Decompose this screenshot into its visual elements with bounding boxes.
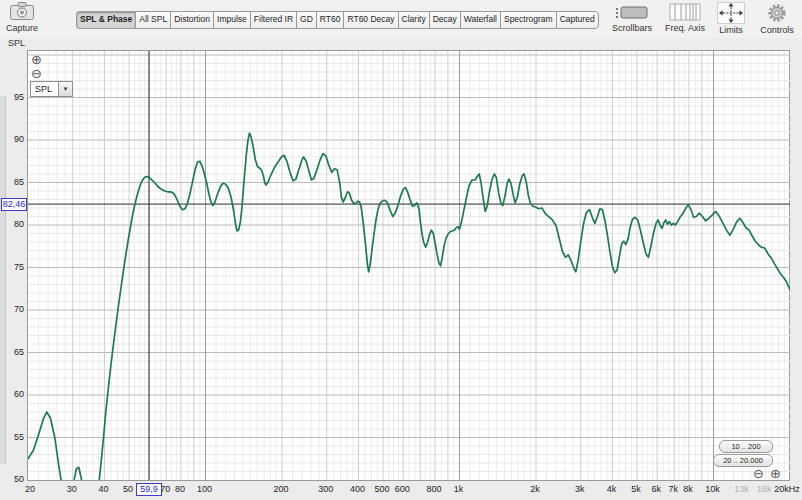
scrollbars-icon	[615, 3, 649, 21]
tab-rt60[interactable]: RT60	[316, 11, 344, 29]
controls-label: Controls	[754, 25, 800, 35]
controls-gear-icon	[766, 3, 788, 23]
trace-selector[interactable]: SPL ▼	[30, 81, 73, 97]
limits-button[interactable]: Limits	[708, 1, 754, 35]
y-zoom-in-button[interactable]: ⊕	[31, 53, 42, 66]
x-zoom-in-button[interactable]: ⊕	[770, 467, 781, 480]
freq-axis-label: Freq. Axis	[662, 23, 708, 33]
graph-tools: Scrollbars Freq. Axis	[602, 1, 800, 35]
trace-selector-value: SPL	[31, 82, 58, 96]
panel-title: SPL	[8, 38, 25, 48]
tab-clarity[interactable]: Clarity	[398, 11, 429, 29]
y-axis-tick-label: 60	[0, 389, 24, 399]
x-axis-tick-label: 3k	[563, 484, 597, 494]
spl-chart-plot[interactable]	[27, 50, 790, 481]
x-axis-tick-label: 600	[385, 484, 419, 494]
x-axis-tick-label: 300	[309, 484, 343, 494]
y-axis-tick-label: 55	[0, 432, 24, 442]
tab-gd[interactable]: GD	[296, 11, 316, 29]
tab-spl-phase[interactable]: SPL & Phase	[76, 11, 135, 29]
y-axis-tick-label: 75	[0, 262, 24, 272]
freq-axis-icon	[669, 3, 701, 21]
freq-range-10-200-button[interactable]: 10 .. 200	[719, 440, 773, 453]
capture-button[interactable]: Capture	[4, 1, 40, 37]
tab-impulse[interactable]: Impulse	[213, 11, 250, 29]
cursor-spl-readout: 82,46	[1, 198, 27, 211]
x-axis-tick-label: 2k	[518, 484, 552, 494]
left-edge-strip	[0, 96, 6, 464]
chevron-down-icon[interactable]: ▼	[58, 82, 72, 96]
tab-waterfall[interactable]: Waterfall	[460, 11, 500, 29]
y-axis-tick-label: 80	[0, 219, 24, 229]
x-axis-tick-label: 200	[264, 484, 298, 494]
tab-rt60-decay[interactable]: RT60 Decay	[343, 11, 397, 29]
y-axis-tick-label: 95	[0, 92, 24, 102]
x-zoom-out-button[interactable]: ⊖	[753, 467, 764, 480]
rew-window: Capture SPL & PhaseAll SPLDistortionImpu…	[0, 0, 802, 500]
y-axis-tick-label: 90	[0, 134, 24, 144]
x-axis-tick-label: 30	[55, 484, 89, 494]
x-axis-tick-label: 20kHz	[770, 484, 802, 494]
tab-filtered-ir[interactable]: Filtered IR	[250, 11, 296, 29]
controls-button[interactable]: Controls	[754, 1, 800, 35]
capture-button-label: Capture	[4, 23, 40, 33]
y-zoom-out-button[interactable]: ⊖	[31, 67, 42, 80]
scrollbars-label: Scrollbars	[602, 23, 662, 33]
spl-frequency-response-chart[interactable]	[28, 51, 790, 480]
tab-captured[interactable]: Captured	[556, 11, 599, 29]
tab-decay[interactable]: Decay	[429, 11, 460, 29]
y-axis-tick-label: 85	[0, 177, 24, 187]
x-axis-tick-label: 1k	[442, 484, 476, 494]
freq-range-20-20000-button[interactable]: 20 .. 20.000	[713, 454, 773, 467]
limits-label: Limits	[708, 25, 754, 35]
limits-icon	[718, 3, 744, 23]
x-axis-tick-label: 100	[188, 484, 222, 494]
x-axis-tick-label: 20	[13, 484, 47, 494]
y-axis-tick-label: 65	[0, 347, 24, 357]
freq-axis-button[interactable]: Freq. Axis	[662, 1, 708, 35]
tab-all-spl[interactable]: All SPL	[135, 11, 170, 29]
cursor-freq-readout: 59,9	[136, 483, 162, 496]
tab-distortion[interactable]: Distortion	[170, 11, 213, 29]
tab-spectrogram[interactable]: Spectrogram	[500, 11, 556, 29]
y-axis-tick-label: 50	[0, 474, 24, 484]
y-axis-tick-label: 70	[0, 304, 24, 314]
scrollbars-button[interactable]: Scrollbars	[602, 1, 662, 35]
toolbar: Capture SPL & PhaseAll SPLDistortionImpu…	[0, 0, 802, 38]
camera-icon	[9, 1, 35, 22]
graph-tab-bar: SPL & PhaseAll SPLDistortionImpulseFilte…	[76, 11, 599, 29]
